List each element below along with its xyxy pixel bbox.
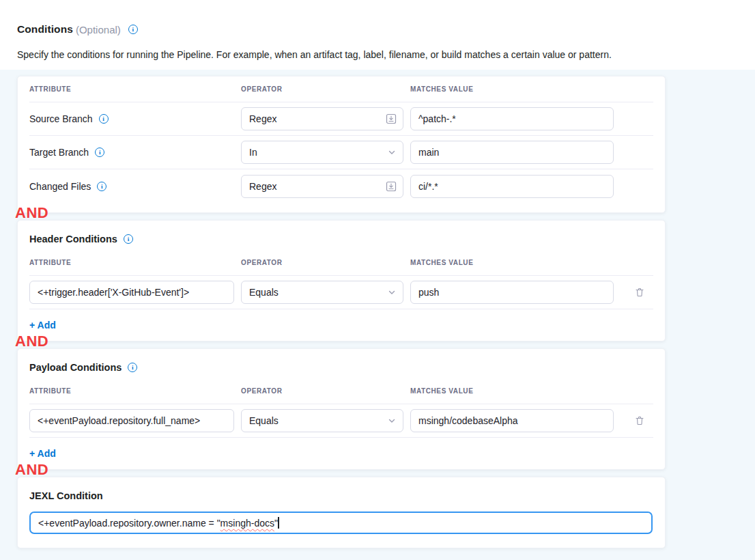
column-header-matches-value: MATCHES VALUE (410, 387, 625, 395)
condition-row-changed-files: Changed Files Regex (29, 169, 653, 203)
jexl-condition-input[interactable]: <+eventPayload.repository.owner.name = "… (29, 512, 653, 534)
trash-icon[interactable] (633, 285, 646, 299)
jexl-value-prefix: <+eventPayload.repository.owner.name = " (38, 518, 220, 529)
info-icon[interactable] (99, 114, 109, 124)
column-header-operator: OPERATOR (241, 85, 410, 93)
add-button[interactable]: + Add (29, 448, 56, 459)
column-header-operator: OPERATOR (241, 387, 410, 395)
page-header: Conditions (Optional) Specify the condit… (0, 0, 755, 60)
info-icon[interactable] (95, 148, 104, 157)
and-separator: AND (0, 213, 755, 220)
attribute-input[interactable] (29, 281, 234, 304)
enter-icon (386, 181, 397, 192)
attribute-input[interactable] (29, 409, 234, 432)
chevron-down-icon (387, 288, 397, 297)
column-headers: ATTRIBUTE OPERATOR MATCHES VALUE (29, 378, 653, 404)
matches-value-input[interactable] (410, 141, 614, 164)
info-icon[interactable] (97, 182, 106, 191)
page-description: Specify the conditions for running the P… (17, 49, 738, 60)
column-headers: ATTRIBUTE OPERATOR MATCHES VALUE (29, 76, 653, 102)
text-cursor (278, 517, 279, 529)
column-header-attribute: ATTRIBUTE (29, 387, 241, 395)
jexl-misspelled-word: msingh-docs (220, 518, 274, 529)
operator-select[interactable]: Regex (241, 107, 403, 130)
chevron-down-icon (387, 416, 397, 425)
operator-select[interactable]: In (241, 141, 403, 164)
info-icon[interactable] (128, 363, 137, 372)
and-label: AND (15, 204, 48, 222)
and-separator: AND (0, 470, 755, 477)
payload-condition-row: Equals (29, 404, 653, 438)
and-separator: AND (0, 341, 755, 348)
condition-row-source-branch: Source Branch Regex (29, 102, 653, 136)
and-label: AND (15, 333, 48, 350)
column-header-attribute: ATTRIBUTE (29, 259, 241, 266)
matches-value-input[interactable] (410, 107, 614, 130)
attribute-label: Target Branch (29, 147, 89, 158)
info-icon[interactable] (124, 234, 133, 244)
condition-row-target-branch: Target Branch In (29, 136, 653, 169)
payload-conditions-panel: Payload Conditions ATTRIBUTE OPERATOR MA… (17, 348, 666, 470)
operator-select[interactable]: Equals (241, 281, 403, 304)
matches-value-input[interactable] (410, 175, 614, 198)
operator-select[interactable]: Regex (241, 175, 403, 198)
panel-title: Header Conditions (29, 234, 117, 244)
header-conditions-panel: Header Conditions ATTRIBUTE OPERATOR MAT… (17, 220, 666, 341)
attribute-label: Source Branch (29, 113, 93, 124)
header-condition-row: Equals (29, 276, 653, 309)
add-button[interactable]: + Add (29, 320, 56, 331)
column-headers: ATTRIBUTE OPERATOR MATCHES VALUE (29, 250, 653, 276)
column-header-attribute: ATTRIBUTE (29, 85, 241, 93)
column-header-matches-value: MATCHES VALUE (410, 259, 625, 266)
info-icon[interactable] (128, 25, 138, 34)
jexl-condition-panel: JEXL Condition <+eventPayload.repository… (17, 477, 666, 548)
and-label: AND (15, 461, 48, 479)
conditions-body: ATTRIBUTE OPERATOR MATCHES VALUE Source … (0, 70, 755, 560)
branch-conditions-panel: ATTRIBUTE OPERATOR MATCHES VALUE Source … (17, 76, 666, 213)
attribute-label: Changed Files (29, 181, 91, 192)
matches-value-input[interactable] (410, 409, 614, 432)
page-title: Conditions (17, 23, 73, 36)
optional-label: (Optional) (76, 24, 121, 36)
operator-select[interactable]: Equals (241, 409, 403, 432)
jexl-value-suffix: " (274, 518, 278, 529)
matches-value-input[interactable] (410, 281, 614, 304)
trigger-conditions-page: Conditions (Optional) Specify the condit… (0, 0, 755, 560)
column-header-matches-value: MATCHES VALUE (410, 85, 625, 93)
enter-icon (386, 113, 397, 124)
column-header-operator: OPERATOR (241, 259, 410, 266)
trash-icon[interactable] (633, 414, 646, 428)
panel-title: Payload Conditions (29, 362, 122, 373)
panel-title: JEXL Condition (29, 490, 103, 501)
chevron-down-icon (387, 148, 397, 157)
